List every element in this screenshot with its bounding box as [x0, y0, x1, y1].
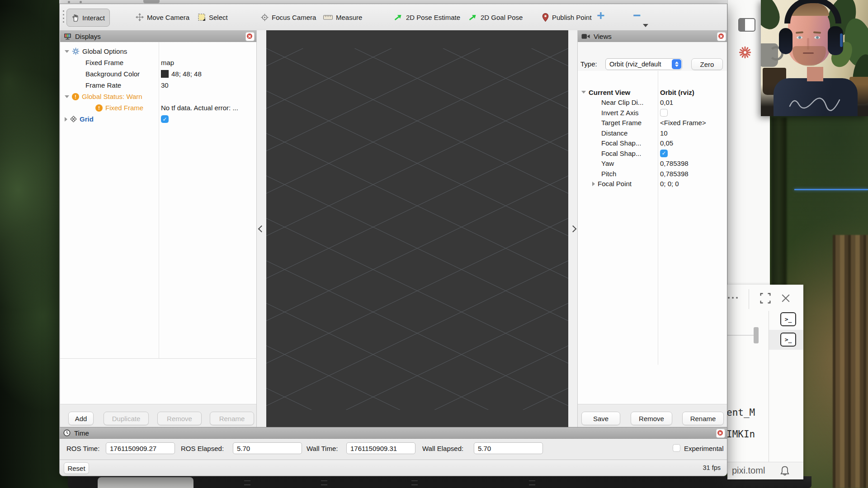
time-field-ros-time-[interactable]: 1761150909.27: [106, 442, 175, 454]
views-row[interactable]: Pitch0,785398: [578, 169, 727, 179]
property-value: 0,785398: [658, 160, 689, 167]
remove-tool-button[interactable]: −: [633, 8, 641, 23]
toolbar-item-select[interactable]: Select: [193, 9, 232, 26]
chevron-down-icon[interactable]: [581, 91, 586, 94]
property-name: Grid: [60, 115, 159, 123]
displays-panel-titlebar[interactable]: Displays: [60, 30, 256, 42]
views-row[interactable]: Near Clip Di...0,01: [578, 98, 727, 108]
time-field-wall-time-[interactable]: 1761150909.31: [346, 442, 415, 454]
panel-collapse-handle-right[interactable]: [568, 30, 578, 427]
displays-row[interactable]: Background Color48; 48; 48: [60, 68, 256, 80]
views-remove-button[interactable]: Remove: [631, 412, 672, 425]
more-options-icon[interactable]: [728, 296, 740, 299]
toolbar-item-focus-camera[interactable]: Focus Camera: [256, 9, 321, 26]
property-value: 0,01: [658, 99, 673, 106]
toolbar-item-2d-goal-pose[interactable]: 2D Goal Pose: [463, 9, 527, 26]
property-value: No tf data. Actual error: ...: [159, 104, 238, 112]
property-label: Grid: [80, 115, 94, 123]
tiny-dot-icon: [68, 1, 70, 3]
toolbar-item-publish-point[interactable]: Publish Point: [538, 9, 596, 26]
displays-close-button[interactable]: [245, 32, 255, 41]
property-label: Fixed Frame: [105, 104, 143, 112]
toolbar-item-move-camera[interactable]: Move Camera: [131, 9, 194, 26]
time-field-value: 1761150909.31: [350, 445, 397, 452]
property-label: Current View: [589, 89, 630, 96]
displays-row[interactable]: !Global Status: Warn: [60, 91, 256, 102]
rviz-statusbar: Reset 31 fps: [60, 460, 727, 476]
views-rename-button[interactable]: Rename: [682, 412, 724, 425]
displays-row[interactable]: Global Options: [60, 46, 256, 57]
views-row[interactable]: Target Frame<Fixed Frame>: [578, 118, 727, 128]
add-tool-button[interactable]: +: [597, 8, 605, 23]
views-row[interactable]: Focal Shap...✓: [578, 148, 727, 159]
property-value-text: Orbit (rviz): [660, 89, 694, 96]
desktop: >_ >_ ent_M IMKIn pixi.toml InteractMove…: [0, 0, 868, 488]
chevron-down-icon[interactable]: [65, 50, 69, 53]
fps-counter: 31 fps: [703, 464, 721, 471]
divider: [749, 289, 749, 309]
property-value: ✓: [658, 150, 668, 157]
views-row[interactable]: Invert Z Axis: [578, 108, 727, 118]
property-checkbox[interactable]: ✓: [660, 150, 668, 157]
views-row[interactable]: Yaw0,785398: [578, 159, 727, 169]
terminal-icon[interactable]: >_: [780, 312, 796, 326]
terminal-icon[interactable]: >_: [780, 333, 796, 347]
views-panel-titlebar[interactable]: Views: [578, 30, 727, 42]
displays-row[interactable]: Fixed Framemap: [60, 57, 256, 68]
sidebar-toggle-icon[interactable]: [738, 18, 755, 32]
experimental-checkbox[interactable]: [673, 444, 680, 452]
chevron-right-icon[interactable]: [65, 117, 67, 122]
toolbar-overflow-chevron-icon[interactable]: [643, 24, 648, 27]
zero-button[interactable]: Zero: [691, 58, 723, 70]
toolbar-drag-handle[interactable]: [63, 10, 64, 24]
time-field-value: 5.70: [237, 445, 250, 452]
divider: [727, 335, 754, 336]
views-save-button[interactable]: Save: [581, 412, 620, 425]
time-close-button[interactable]: [716, 429, 725, 438]
displays-rename-button: Rename: [210, 412, 254, 425]
close-icon[interactable]: [781, 293, 791, 303]
ruler-icon: [323, 15, 333, 20]
property-value: 48; 48; 48: [159, 70, 202, 78]
ground-grid: [266, 48, 568, 410]
rviz-toolbar: InteractMove CameraSelectFocus CameraMea…: [60, 4, 727, 31]
property-value-text: 10: [660, 129, 668, 137]
chevron-down-icon[interactable]: [65, 95, 69, 98]
property-checkbox[interactable]: ✓: [161, 115, 169, 123]
column-splitter[interactable]: [159, 42, 159, 358]
time-field-ros-elapsed-[interactable]: 5.70: [233, 442, 302, 454]
views-row[interactable]: Focal Shap...0,05: [578, 138, 727, 149]
bell-icon[interactable]: [780, 465, 790, 477]
toolbar-item-2d-pose-estimate[interactable]: 2D Pose Estimate: [389, 9, 465, 26]
views-close-button[interactable]: [717, 32, 726, 41]
view-type-dropdown[interactable]: Orbit (rviz_default: [605, 58, 682, 70]
scrollbar-thumb[interactable]: [754, 327, 759, 343]
property-name: Fixed Frame: [60, 59, 159, 66]
warning-icon: !: [95, 104, 103, 112]
displays-row[interactable]: !Fixed FrameNo tf data. Actual error: ..…: [60, 102, 256, 113]
displays-row[interactable]: Grid✓: [60, 113, 256, 125]
toolbar-item-interact[interactable]: Interact: [66, 9, 110, 27]
reset-button[interactable]: Reset: [64, 462, 89, 474]
plant-leaf: [761, 0, 783, 33]
headphone-earcup-right: [828, 26, 843, 55]
property-label: Global Options: [82, 47, 127, 55]
watering-can: [761, 43, 778, 67]
displays-row[interactable]: Frame Rate30: [60, 80, 256, 91]
property-checkbox[interactable]: [660, 109, 668, 117]
pane-splitter[interactable]: [60, 358, 257, 359]
3d-viewport[interactable]: [266, 30, 568, 427]
time-field-wall-elapsed-[interactable]: 5.70: [474, 442, 543, 454]
property-label: Pitch: [601, 170, 616, 178]
panel-collapse-handle-left[interactable]: [257, 30, 266, 427]
views-row[interactable]: Current ViewOrbit (rviz): [578, 87, 727, 98]
expand-icon[interactable]: [760, 293, 771, 304]
pin-icon: [542, 13, 549, 22]
toolbar-item-measure[interactable]: Measure: [319, 9, 367, 26]
terminal-tab-text: ent_M: [726, 407, 755, 418]
views-row[interactable]: Distance10: [578, 128, 727, 138]
views-row[interactable]: Focal Point0; 0; 0: [578, 179, 727, 189]
displays-add-button[interactable]: Add: [68, 412, 94, 425]
time-panel-titlebar[interactable]: Time: [60, 427, 727, 439]
chevron-right-icon[interactable]: [592, 182, 595, 186]
